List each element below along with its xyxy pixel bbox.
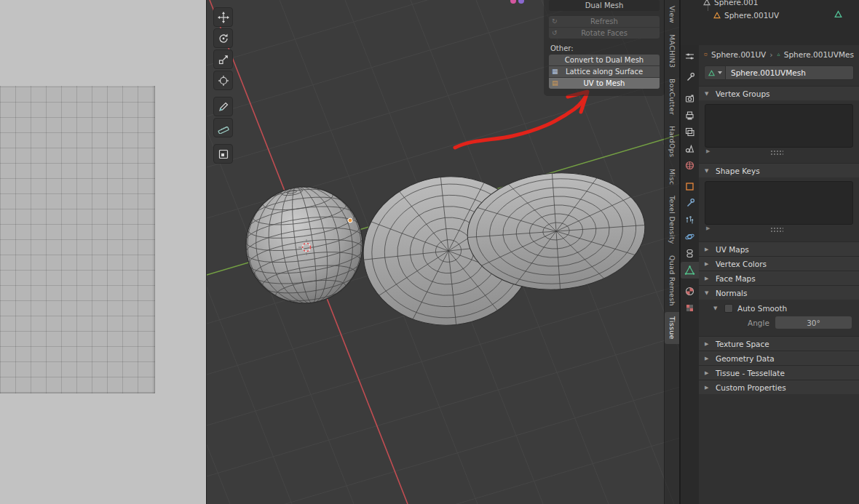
move-icon	[218, 12, 229, 23]
other-section-label: Other:	[550, 44, 660, 52]
tool-icon	[684, 72, 695, 83]
panel-expand-icon: ▶	[705, 370, 711, 376]
tab-constraints[interactable]	[681, 245, 699, 262]
mesh-data-icon	[777, 50, 780, 59]
particles-icon	[684, 215, 695, 225]
properties-tab-strip	[681, 45, 699, 504]
rotate-faces-button[interactable]: ↺ Rotate Faces	[549, 28, 660, 39]
right-editor-column: Sphere.001 Sphere.001UV	[679, 0, 859, 504]
panel-expand-icon: ▶	[705, 247, 711, 252]
tab-texture[interactable]	[681, 300, 699, 316]
panel-header-normals[interactable]: ▼ Normals	[699, 285, 859, 300]
convert-to-dual-mesh-button[interactable]: Convert to Dual Mesh	[549, 55, 660, 65]
sidebar-tab-machin3[interactable]: MACHIN3	[665, 30, 680, 72]
constraints-icon	[684, 248, 695, 259]
tool-scale-button[interactable]	[213, 49, 233, 69]
tab-view-layer[interactable]	[681, 124, 699, 140]
tab-particles[interactable]	[681, 212, 699, 228]
uv-flattened-mesh[interactable]	[356, 167, 649, 334]
sphere-mesh[interactable]	[238, 179, 371, 312]
sidebar-tab-hardops[interactable]: HardOps	[665, 121, 680, 161]
properties-editor: Sphere.001UV › Sphere.001UVMes Sphere.00	[681, 45, 859, 504]
tool-annotate-button[interactable]	[213, 97, 233, 116]
auto-smooth-checkbox[interactable]	[724, 304, 733, 313]
panel-expand-icon: ▶	[705, 341, 711, 347]
list-resize-grip[interactable]	[770, 227, 783, 232]
mesh-data-icon	[834, 9, 843, 19]
shape-keys-list[interactable]	[705, 181, 853, 225]
world-icon	[684, 160, 695, 171]
panel-header-face-maps[interactable]: ▶ Face Maps	[699, 271, 859, 285]
panel-header-shape-keys[interactable]: ▼ Shape Keys	[699, 163, 859, 177]
mesh-data-icon	[708, 69, 716, 77]
list-filter-toggle[interactable]: ▶	[706, 148, 710, 154]
panel-header-tissue-tessellate[interactable]: ▶ Tissue - Tessellate	[699, 365, 859, 380]
subpanel-expand-icon[interactable]: ▼	[713, 305, 720, 311]
angle-label: Angle	[705, 319, 775, 327]
panel-header-uv-maps[interactable]: ▶ UV Maps	[699, 241, 859, 256]
panel-header-texture-space[interactable]: ▶ Texture Space	[699, 336, 859, 351]
chevron-down-icon	[718, 71, 722, 74]
tab-object-data[interactable]	[681, 262, 699, 279]
vertex-groups-list[interactable]	[705, 104, 853, 148]
tool-add-cube-button[interactable]	[213, 144, 233, 164]
panel-expand-icon: ▼	[705, 168, 711, 174]
annotate-pen-icon	[218, 101, 229, 113]
lattice-along-surface-button[interactable]: ▦ Lattice along Surface	[549, 66, 660, 77]
uv-to-mesh-icon: ▤	[552, 80, 558, 87]
object-icon	[702, 0, 711, 7]
auto-smooth-label: Auto Smooth	[737, 304, 787, 313]
editor-type-selector[interactable]	[681, 48, 699, 65]
object-data-mesh-icon	[684, 265, 695, 276]
sidebar-tab-boxcutter[interactable]: BoxCutter	[665, 74, 680, 119]
breadcrumb-object[interactable]: Sphere.001UV	[711, 50, 766, 59]
outliner-item-sphere001[interactable]: Sphere.001	[681, 0, 859, 8]
outliner-item-sphere001uv[interactable]: Sphere.001UV	[681, 9, 859, 21]
tab-tool[interactable]	[681, 69, 699, 86]
tissue-panel: Dual Mesh ↻ Refresh ↺ Rotate Faces Other…	[544, 0, 665, 96]
object-properties-icon	[684, 181, 695, 192]
rotate-icon	[218, 33, 229, 44]
tab-output[interactable]	[681, 107, 699, 124]
3d-viewport[interactable]: Dual Mesh ↻ Refresh ↺ Rotate Faces Other…	[206, 0, 680, 504]
list-filter-toggle[interactable]: ▶	[706, 225, 710, 231]
object-data-icon	[713, 11, 721, 20]
breadcrumb: Sphere.001UV › Sphere.001UVMes	[699, 45, 859, 64]
sidebar-tab-quad-remesh[interactable]: Quad Remesh	[665, 251, 680, 311]
output-printer-icon	[684, 110, 695, 121]
auto-smooth-row: ▼ Auto Smooth	[705, 301, 853, 316]
datablock-browse-button[interactable]	[704, 65, 726, 80]
rotate-faces-icon: ↺	[552, 30, 558, 36]
sidebar-tab-tissue[interactable]: Tissue	[665, 312, 680, 344]
breadcrumb-data[interactable]: Sphere.001UVMes	[784, 50, 854, 59]
tab-scene[interactable]	[681, 140, 699, 157]
refresh-button[interactable]: ↻ Refresh	[549, 16, 660, 27]
transform-icon	[218, 75, 229, 87]
panel-header-geometry-data[interactable]: ▶ Geometry Data	[699, 351, 859, 365]
panel-expand-icon: ▶	[705, 261, 711, 267]
tool-transform-button[interactable]	[213, 71, 233, 90]
tool-move-button[interactable]	[213, 7, 233, 27]
blender-window: Dual Mesh ↻ Refresh ↺ Rotate Faces Other…	[0, 0, 859, 504]
tab-object[interactable]	[681, 178, 699, 195]
tool-rotate-button[interactable]	[213, 28, 233, 48]
image-editor-area	[0, 0, 206, 504]
measure-icon	[218, 122, 229, 134]
tab-material[interactable]	[681, 283, 699, 300]
dual-mesh-button[interactable]: Dual Mesh	[549, 0, 660, 11]
panel-header-custom-properties[interactable]: ▶ Custom Properties	[699, 380, 859, 394]
panel-header-vertex-colors[interactable]: ▶ Vertex Colors	[699, 256, 859, 271]
tab-physics[interactable]	[681, 228, 699, 245]
tab-render[interactable]	[681, 90, 699, 107]
sidebar-tab-misc[interactable]: Misc	[665, 164, 680, 189]
datablock-name-field[interactable]: Sphere.001UVMesh	[726, 65, 854, 80]
panel-header-vertex-groups[interactable]: ▼ Vertex Groups	[699, 86, 859, 100]
tab-modifiers[interactable]	[681, 195, 699, 212]
angle-value-field[interactable]: 30°	[775, 316, 852, 329]
tool-measure-button[interactable]	[213, 118, 233, 137]
sidebar-tab-texel-density[interactable]: Texel Density	[665, 191, 680, 249]
list-resize-grip[interactable]	[770, 150, 783, 155]
uv-to-mesh-button[interactable]: ▤ UV to Mesh	[549, 78, 660, 89]
sidebar-tab-view[interactable]: View	[665, 1, 680, 28]
tab-world[interactable]	[681, 157, 699, 174]
